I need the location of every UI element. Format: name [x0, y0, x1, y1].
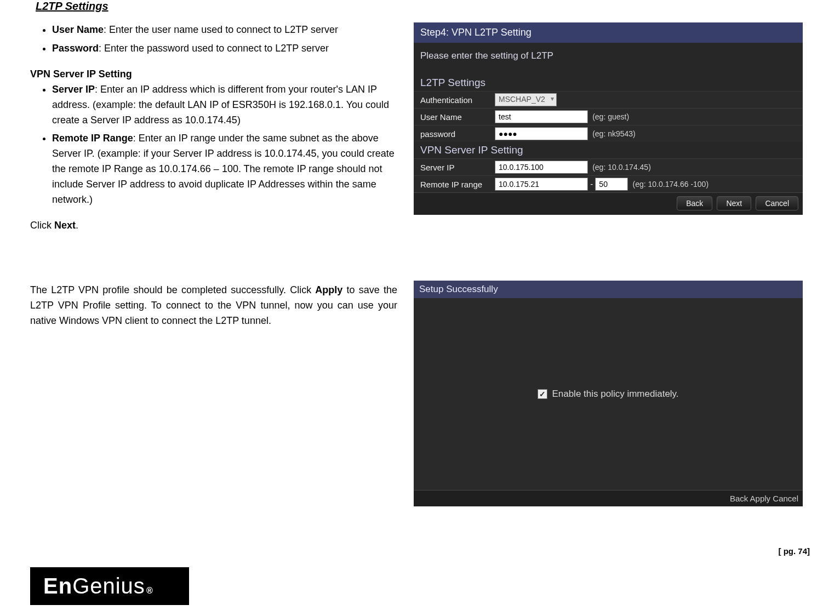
authentication-select[interactable]: MSCHAP_V2: [495, 93, 557, 106]
page-title: L2TP Settings: [36, 0, 810, 13]
screenshot-panel-step4: Step4: VPN L2TP Setting Please enter the…: [414, 22, 803, 215]
enable-policy-checkbox[interactable]: ✓: [538, 389, 547, 399]
remote-ip-end-input[interactable]: [595, 178, 628, 191]
panel-subtext: Please enter the setting of L2TP: [414, 43, 803, 76]
auth-label: Authentication: [414, 92, 490, 109]
username-input[interactable]: [495, 110, 588, 123]
text-column-1: User Name: Enter the user name used to c…: [30, 22, 397, 231]
section-l2tp-settings: L2TP Settings: [414, 76, 803, 91]
next-button[interactable]: Next: [717, 196, 751, 210]
cancel-button[interactable]: Cancel: [773, 494, 798, 503]
server-ip-hint: (eg: 10.0.174.45): [590, 163, 651, 172]
text-column-2: The L2TP VPN profile should be completed…: [30, 281, 397, 329]
remote-ip-range-label: Remote IP range: [414, 176, 490, 193]
brand-logo: EnGenius®: [30, 567, 189, 605]
username-hint: (eg: guest): [590, 112, 629, 121]
range-dash: -: [590, 179, 593, 189]
password-input[interactable]: [495, 127, 588, 140]
screenshot-panel-success: Setup Successfully ✓ Enable this policy …: [414, 281, 803, 506]
username-label: User Name: [414, 109, 490, 126]
panel-success-title: Setup Successfully: [414, 281, 803, 298]
password-label: password: [414, 126, 490, 142]
server-ip-input[interactable]: [495, 161, 588, 174]
list-item: Server IP: Enter an IP address which is …: [52, 82, 397, 128]
page-number: [ pg. 74]: [778, 546, 810, 556]
subheading-vpn-server-ip: VPN Server IP Setting: [30, 69, 397, 80]
back-button[interactable]: Back: [677, 196, 712, 210]
cancel-button[interactable]: Cancel: [756, 196, 798, 210]
enable-policy-label: Enable this policy immediately.: [552, 389, 678, 400]
section-vpn-server-ip: VPN Server IP Setting: [414, 143, 803, 158]
remote-ip-range-hint: (eg: 10.0.174.66 -100): [631, 180, 709, 189]
panel-step-title: Step4: VPN L2TP Setting: [414, 22, 803, 43]
server-ip-label: Server IP: [414, 159, 490, 176]
apply-button[interactable]: Apply: [750, 494, 771, 503]
back-button[interactable]: Back: [730, 494, 748, 503]
list-item: Remote IP Range: Enter an IP range under…: [52, 131, 397, 207]
click-next-instruction: Click Next.: [30, 220, 397, 231]
remote-ip-start-input[interactable]: [495, 178, 588, 191]
list-item: Password: Enter the password used to con…: [52, 41, 397, 56]
password-hint: (eg: nk9543): [590, 129, 636, 138]
list-item: User Name: Enter the user name used to c…: [52, 22, 397, 38]
